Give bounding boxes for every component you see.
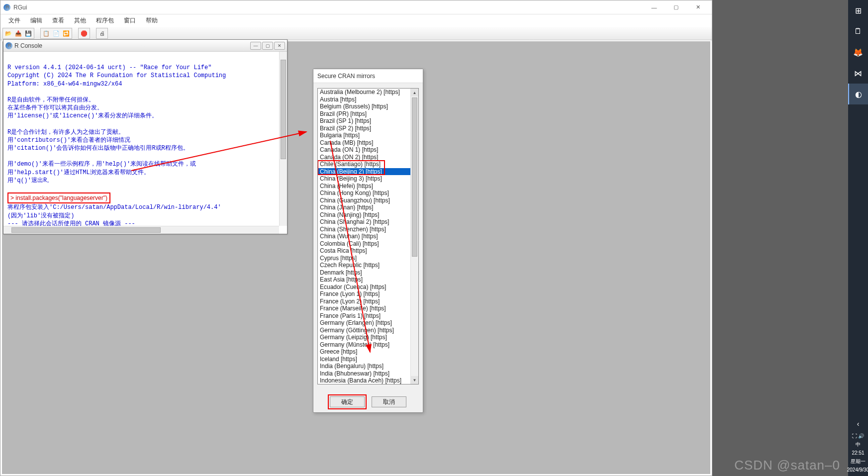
tray-icons[interactable]: ⛶ 🔊 — [852, 433, 865, 439]
mirror-list-item[interactable]: India (Bengaluru) [https] — [318, 363, 410, 370]
console-horizontal-scrollbar[interactable] — [3, 226, 279, 234]
mirror-list-item[interactable]: China (Hefei) [https] — [318, 183, 410, 190]
mirror-list-item[interactable]: India (Bhubneswar) [https] — [318, 370, 410, 378]
mirror-list-item[interactable]: Austria [https] — [318, 96, 410, 103]
ok-button[interactable]: 确定 — [330, 396, 365, 407]
menu-view[interactable]: 查看 — [47, 15, 69, 26]
mirror-list-item[interactable]: Colombia (Cali) [https] — [318, 240, 410, 248]
r-console-icon — [5, 42, 12, 49]
console-vertical-scrollbar[interactable] — [279, 52, 287, 226]
mirror-list-item[interactable]: Canada (ON 2) [https] — [318, 154, 410, 161]
mirror-list-item[interactable]: Costa Rica [https] — [318, 247, 410, 255]
list-vertical-scrollbar[interactable]: ▲ ▼ — [410, 89, 418, 384]
paste-icon[interactable]: 📄 — [51, 29, 61, 38]
close-button[interactable]: ✕ — [687, 1, 709, 14]
mirror-list-item[interactable]: China (Beijing 2) [https] — [318, 168, 410, 176]
mirror-list-item[interactable]: East Asia [https] — [318, 276, 410, 284]
console-titlebar[interactable]: R Console — ▢ ✕ — [3, 40, 287, 52]
mirror-list-item[interactable]: Germany (Leipzig) [https] — [318, 334, 410, 341]
clock-date: 2024/9/30 — [847, 467, 868, 473]
mirror-list-item[interactable]: Brazil (SP 2) [https] — [318, 125, 410, 132]
mirror-list-item[interactable]: China (Nanjing) [https] — [318, 211, 410, 219]
mirror-list-item[interactable]: Brazil (PR) [https] — [318, 110, 410, 118]
mirror-list-item[interactable]: Denmark [https] — [318, 269, 410, 277]
mirror-list-item[interactable]: China (Beijing 3) [https] — [318, 175, 410, 183]
mirror-list-item[interactable]: Cyprus [https] — [318, 255, 410, 262]
scroll-down-icon[interactable]: ▼ — [411, 376, 418, 384]
start-icon[interactable]: ⊞ — [848, 0, 868, 21]
r-app-icon — [3, 4, 10, 11]
stop-icon[interactable]: 🛑 — [79, 29, 89, 38]
maximize-button[interactable]: ▢ — [665, 1, 687, 14]
menu-misc[interactable]: 其他 — [69, 15, 91, 26]
mirror-list-item[interactable]: China (Shenzhen) [https] — [318, 226, 410, 233]
scroll-up-icon[interactable]: ▲ — [411, 89, 418, 96]
mirror-list-item[interactable]: Canada (ON 1) [https] — [318, 146, 410, 154]
mirror-list-item[interactable]: Iceland [https] — [318, 356, 410, 363]
print-icon[interactable]: 🖨 — [97, 29, 107, 38]
clock-day: 星期一 — [851, 458, 866, 465]
mdi-client-area: R Console — ▢ ✕ R version 4.4.1 (2024-06… — [2, 41, 710, 474]
window-title: RGui — [13, 4, 27, 11]
rstudio-icon[interactable]: ◐ — [848, 84, 868, 104]
copy-icon[interactable]: 📋 — [41, 29, 51, 38]
vscode-icon[interactable]: ⋈ — [848, 63, 868, 84]
console-maximize-button[interactable]: ▢ — [262, 42, 273, 50]
rgui-titlebar[interactable]: RGui — ▢ ✕ — [0, 0, 712, 14]
mirror-list-item[interactable]: Bulgaria [https] — [318, 132, 410, 139]
menubar: 文件 编辑 查看 其他 程序包 窗口 帮助 — [0, 14, 712, 26]
mirror-list-item[interactable]: Germany (Erlangen) [https] — [318, 319, 410, 327]
mirror-listbox[interactable]: Australia (Melbourne 2) [https]Austria [… — [317, 88, 419, 384]
mirror-list-item[interactable]: China (Jinan) [https] — [318, 204, 410, 211]
mirror-list-item[interactable]: France (Lyon 2) [https] — [318, 298, 410, 305]
copypaste-icon[interactable]: 🔁 — [61, 29, 71, 38]
menu-edit[interactable]: 编辑 — [25, 15, 47, 26]
open-icon[interactable]: 📂 — [3, 29, 13, 38]
mirror-list-item[interactable]: China (Shanghai 2) [https] — [318, 218, 410, 226]
console-title: R Console — [14, 42, 42, 49]
sticky-notes-icon[interactable]: 🗒 — [848, 21, 868, 42]
clock-time[interactable]: 22:51 — [852, 450, 864, 456]
mirror-list-item[interactable]: Germany (Göttingen) [https] — [318, 327, 410, 334]
firefox-icon[interactable]: 🦊 — [848, 42, 868, 63]
mirror-list-item[interactable]: France (Marseille) [https] — [318, 305, 410, 312]
mirror-list-item[interactable]: China (Guangzhou) [https] — [318, 197, 410, 204]
minimize-button[interactable]: — — [643, 1, 665, 14]
menu-file[interactable]: 文件 — [3, 15, 25, 26]
rgui-main-window: RGui — ▢ ✕ 文件 编辑 查看 其他 程序包 窗口 帮助 📂📥💾 📋📄🔁… — [0, 0, 712, 476]
chevron-icon[interactable]: ‹ — [848, 417, 868, 431]
menu-packages[interactable]: 程序包 — [91, 15, 119, 26]
mirror-list-item[interactable]: Greece [https] — [318, 348, 410, 356]
menu-help[interactable]: 帮助 — [141, 15, 163, 26]
mirror-list-item[interactable]: Germany (Münster) [https] — [318, 341, 410, 349]
mirror-list-item[interactable]: France (Paris 1) [https] — [318, 312, 410, 320]
console-minimize-button[interactable]: — — [250, 42, 261, 50]
menu-window[interactable]: 窗口 — [119, 15, 141, 26]
windows-taskbar: ⊞🗒🦊⋈◐ ‹ ⛶ 🔊 中 22:51 星期一 2024/9/30 — [848, 0, 868, 476]
mirror-list-item[interactable]: Indonesia (Banda Aceh) [https] — [318, 377, 410, 384]
mirror-list-item[interactable]: China (Wuhan) [https] — [318, 233, 410, 240]
mirror-list-item[interactable]: Ecuador (Cuenca) [https] — [318, 284, 410, 291]
cancel-button[interactable]: 取消 — [372, 396, 406, 407]
mirror-list-item[interactable]: Chile (Santiago) [https] — [318, 161, 410, 168]
console-output[interactable]: R version 4.4.1 (2024-06-14 ucrt) -- "Ra… — [3, 52, 287, 234]
mirror-list-item[interactable]: Czech Republic [https] — [318, 262, 410, 269]
mirror-list-item[interactable]: Brazil (SP 1) [https] — [318, 117, 410, 125]
annotation-command-box: > install.packages("languageserver") — [7, 192, 110, 203]
mirror-list-item[interactable]: Canada (MB) [https] — [318, 139, 410, 147]
toolbar: 📂📥💾 📋📄🔁 🛑 🖨 — [0, 26, 712, 40]
mirror-list-item[interactable]: China (Hong Kong) [https] — [318, 190, 410, 197]
console-close-button[interactable]: ✕ — [274, 42, 285, 50]
mirror-list-item[interactable]: Australia (Melbourne 2) [https] — [318, 89, 410, 96]
r-console-window: R Console — ▢ ✕ R version 4.4.1 (2024-06… — [3, 39, 288, 234]
scrollbar-thumb[interactable] — [412, 97, 417, 257]
cran-mirrors-dialog: Secure CRAN mirrors Australia (Melbourne… — [313, 69, 423, 413]
dialog-title[interactable]: Secure CRAN mirrors — [313, 69, 423, 83]
mirror-list-item[interactable]: Belgium (Brussels) [https] — [318, 103, 410, 110]
ime-indicator[interactable]: 中 — [856, 441, 861, 448]
csdn-watermark: CSDN @satan–0 — [734, 458, 840, 473]
load-icon[interactable]: 📥 — [13, 29, 23, 38]
mirror-list-item[interactable]: France (Lyon 1) [https] — [318, 290, 410, 298]
save-icon[interactable]: 💾 — [23, 29, 33, 38]
